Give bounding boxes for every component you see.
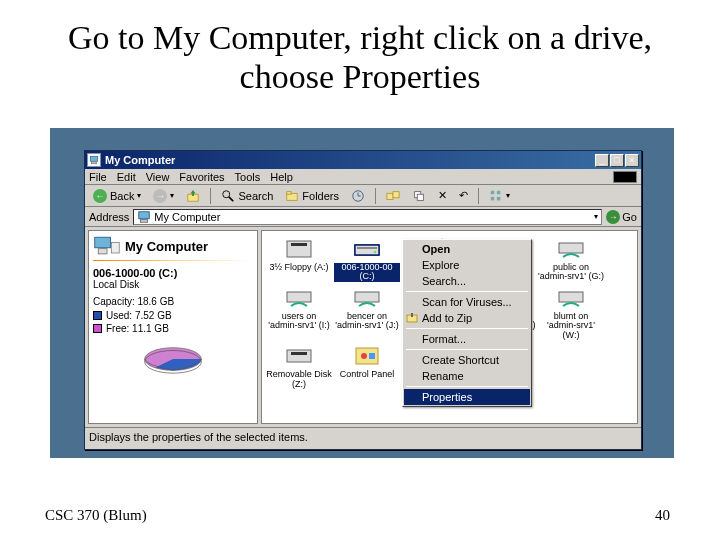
windows-flag-icon [613, 171, 637, 183]
used-label: Used: 7.52 GB [106, 310, 172, 321]
menu-tools[interactable]: Tools [235, 171, 261, 183]
svg-rect-1 [92, 162, 97, 164]
chevron-down-icon[interactable]: ▾ [594, 212, 598, 221]
sidebar-panel: My Computer 006-1000-00 (C:) Local Disk … [88, 230, 258, 424]
go-button[interactable]: →Go [606, 210, 637, 224]
slide-footer-left: CSC 370 (Blum) [45, 507, 147, 524]
svg-rect-0 [90, 156, 98, 161]
computer-icon [87, 153, 101, 167]
toolbar: ←Back▾ →▾ Search Folders ✕ ↶ ▾ [85, 185, 641, 207]
ctx-properties[interactable]: Properties [404, 389, 530, 405]
ctx-create-shortcut[interactable]: Create Shortcut [404, 352, 530, 368]
menu-view[interactable]: View [146, 171, 170, 183]
drive-net-bencer[interactable]: bencer on 'admin-srv1' (J:) [334, 286, 400, 340]
ctx-scan-viruses[interactable]: Scan for Viruses... [404, 294, 530, 310]
svg-rect-9 [393, 191, 399, 197]
svg-rect-14 [491, 196, 495, 200]
svg-rect-15 [497, 196, 501, 200]
svg-rect-18 [95, 237, 111, 248]
computer-icon [137, 210, 151, 224]
svg-point-3 [223, 190, 230, 197]
undo-button[interactable]: ↶ [455, 188, 472, 203]
search-button[interactable]: Search [217, 188, 277, 204]
window-title: My Computer [105, 154, 595, 166]
svg-rect-42 [369, 353, 375, 359]
address-bar: Address My Computer ▾ →Go [85, 207, 641, 227]
folders-button[interactable]: Folders [281, 188, 343, 204]
ctx-search[interactable]: Search... [404, 273, 530, 289]
svg-rect-24 [291, 243, 307, 246]
ctx-explore[interactable]: Explore [404, 257, 530, 273]
delete-button[interactable]: ✕ [434, 188, 451, 203]
svg-rect-17 [141, 219, 148, 222]
ctx-add-to-zip[interactable]: Add to Zip [404, 310, 530, 326]
menu-file[interactable]: File [89, 171, 107, 183]
svg-rect-16 [139, 211, 150, 218]
up-button[interactable] [182, 188, 204, 204]
svg-point-27 [374, 251, 376, 253]
svg-rect-20 [111, 243, 119, 254]
menu-edit[interactable]: Edit [117, 171, 136, 183]
drive-net-users[interactable]: users on 'admin-srv1' (I:) [266, 286, 332, 340]
svg-rect-12 [491, 190, 495, 194]
status-bar: Displays the properties of the selected … [85, 427, 641, 445]
address-text: My Computer [154, 211, 220, 223]
drive-c-selected[interactable]: 006-1000-00 (C:) [334, 237, 400, 282]
ctx-rename[interactable]: Rename [404, 368, 530, 384]
svg-rect-44 [411, 313, 413, 317]
svg-rect-13 [497, 190, 501, 194]
free-swatch [93, 324, 102, 333]
selected-drive-name: 006-1000-00 (C:) [93, 267, 253, 279]
svg-rect-39 [291, 352, 307, 355]
capacity-line: Capacity: 18.6 GB [93, 296, 253, 307]
address-input[interactable]: My Computer ▾ [133, 209, 602, 225]
svg-point-41 [361, 353, 367, 359]
my-computer-icon [93, 235, 121, 257]
close-button[interactable]: × [625, 154, 639, 167]
svg-rect-33 [287, 292, 311, 302]
svg-rect-8 [387, 193, 393, 199]
free-label: Free: 11.1 GB [106, 323, 169, 334]
ctx-open[interactable]: Open [404, 241, 530, 257]
maximize-button[interactable]: □ [610, 154, 624, 167]
drive-net-public[interactable]: public on 'admin-srv1' (G:) [538, 237, 604, 282]
used-swatch [93, 311, 102, 320]
svg-rect-38 [287, 350, 311, 362]
svg-line-4 [229, 196, 233, 200]
explorer-window: My Computer _ □ × File Edit View Favorit… [84, 150, 642, 450]
back-button[interactable]: ←Back▾ [89, 188, 145, 204]
menu-help[interactable]: Help [270, 171, 293, 183]
address-label: Address [89, 211, 129, 223]
zip-icon [406, 312, 418, 324]
control-panel-item[interactable]: Control Panel [334, 344, 400, 389]
status-text: Displays the properties of the selected … [89, 431, 308, 443]
slide-title: Go to My Computer, right click on a driv… [0, 0, 720, 106]
move-to-button[interactable] [382, 188, 404, 204]
context-menu: Open Explore Search... Scan for Viruses.… [402, 239, 532, 407]
svg-rect-34 [355, 292, 379, 302]
forward-button: →▾ [149, 188, 178, 204]
minimize-button[interactable]: _ [595, 154, 609, 167]
history-button[interactable] [347, 188, 369, 204]
menubar: File Edit View Favorites Tools Help [85, 169, 641, 185]
titlebar[interactable]: My Computer _ □ × [85, 151, 641, 169]
usage-pie [93, 342, 253, 376]
svg-rect-25 [355, 245, 379, 255]
views-button[interactable]: ▾ [485, 188, 514, 204]
svg-rect-32 [559, 243, 583, 253]
copy-to-button[interactable] [408, 188, 430, 204]
svg-rect-26 [357, 247, 377, 249]
screenshot-stage: My Computer _ □ × File Edit View Favorit… [50, 128, 674, 458]
sidebar-heading: My Computer [125, 239, 208, 254]
menu-favorites[interactable]: Favorites [179, 171, 224, 183]
drives-area[interactable]: 3½ Floppy (A:) 006-1000-00 (C:) ♪Audio C… [261, 230, 638, 424]
drive-removable-z[interactable]: Removable Disk (Z:) [266, 344, 332, 389]
slide-number: 40 [655, 507, 670, 524]
drive-floppy-a[interactable]: 3½ Floppy (A:) [266, 237, 332, 282]
ctx-format[interactable]: Format... [404, 331, 530, 347]
svg-rect-6 [287, 191, 291, 194]
svg-rect-37 [559, 292, 583, 302]
svg-rect-19 [98, 249, 107, 254]
drive-net-blumt[interactable]: blumt on 'admin-srv1' (W:) [538, 286, 604, 340]
selected-drive-type: Local Disk [93, 279, 253, 290]
